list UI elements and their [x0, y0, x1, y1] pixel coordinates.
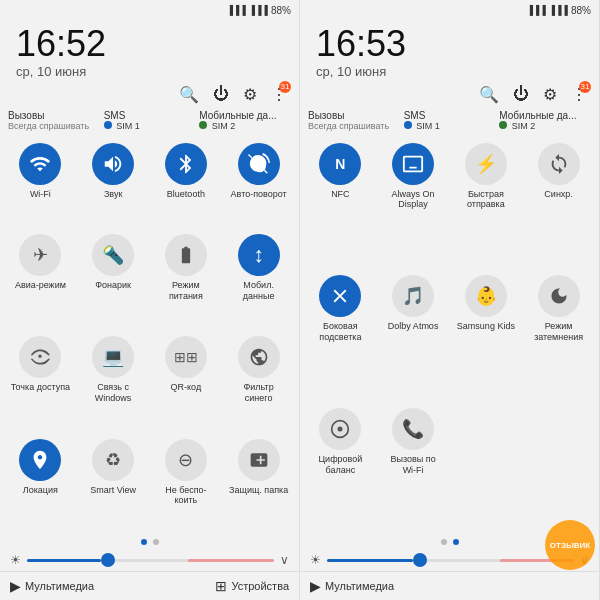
tile-night-mode[interactable]: Режим затемнения [524, 269, 593, 398]
night-mode-label: Режим затемнения [529, 321, 589, 343]
right-bottom-bar: ▶ Мультимедиа [300, 571, 599, 600]
more-icon[interactable]: ⋮ 31 [271, 85, 287, 104]
airplane-icon: ✈ [19, 234, 61, 276]
tile-hotspot[interactable]: Точка доступа [6, 330, 75, 428]
location-icon [19, 439, 61, 481]
signal-icon-1: ▐▐▐ [227, 5, 246, 15]
windows-label: Связь с Windows [83, 382, 143, 404]
windows-icon: 💻 [92, 336, 134, 378]
tile-qr[interactable]: ⊞⊞ QR-код [152, 330, 221, 428]
tile-windows[interactable]: 💻 Связь с Windows [79, 330, 148, 428]
tile-samsung-kids[interactable]: 👶 Samsung Kids [452, 269, 521, 398]
tile-location[interactable]: Локация [6, 433, 75, 531]
tile-bluetooth[interactable]: Bluetooth [152, 137, 221, 225]
r-data-label: Мобильные да... [499, 110, 591, 121]
r-sim2-dot [499, 121, 507, 129]
sim1-dot [104, 121, 112, 129]
tile-blue-filter[interactable]: Фильтр синего [224, 330, 293, 428]
right-time: 16:53 [316, 24, 583, 64]
power-icon[interactable]: ⏻ [213, 85, 229, 103]
r-settings-icon[interactable]: ⚙ [543, 85, 557, 104]
bluetooth-icon [165, 143, 207, 185]
r-media-button[interactable]: ▶ Мультимедиа [310, 578, 394, 594]
right-sim-row: Вызовы Всегда спрашивать SMS SIM 1 Мобил… [300, 108, 599, 133]
tile-nfc[interactable]: N NFC [306, 137, 375, 266]
watermark: ОТЗЫВИК [545, 520, 595, 570]
battery-text: 88% [271, 5, 291, 16]
brightness-slider[interactable] [27, 559, 274, 562]
sync-label: Синхр. [544, 189, 573, 200]
tile-smart-view[interactable]: ♻ Smart View [79, 433, 148, 531]
r-data-col: Мобильные да... SIM 2 [499, 110, 591, 131]
dot-1[interactable] [141, 539, 147, 545]
tile-sync[interactable]: Синхр. [524, 137, 593, 266]
r-dot-1[interactable] [441, 539, 447, 545]
settings-icon[interactable]: ⚙ [243, 85, 257, 104]
r-sim1-dot [404, 121, 412, 129]
side-light-icon [319, 275, 361, 317]
r-signal-icon-2: ▐▐▐ [549, 5, 568, 15]
tile-sound[interactable]: Звук [79, 137, 148, 225]
data-col: Мобильные да... SIM 2 [199, 110, 291, 131]
data-sim: SIM 2 [199, 121, 291, 131]
side-light-label: Боковая подсветка [310, 321, 370, 343]
tile-power-save[interactable]: Режим питания [152, 228, 221, 326]
dot-2[interactable] [153, 539, 159, 545]
r-sms-col: SMS SIM 1 [404, 110, 496, 131]
slider-thumb[interactable] [101, 553, 115, 567]
sync-icon [538, 143, 580, 185]
r-media-label: Мультимедиа [325, 580, 394, 592]
r-search-icon[interactable]: 🔍 [479, 85, 499, 104]
media-label: Мультимедиа [25, 580, 94, 592]
always-on-label: Always On Display [383, 189, 443, 211]
nfc-icon: N [319, 143, 361, 185]
media-button[interactable]: ▶ Мультимедиа [10, 578, 94, 594]
r-sms-label: SMS [404, 110, 496, 121]
smart-view-label: Smart View [90, 485, 136, 496]
tile-always-on[interactable]: Always On Display [379, 137, 448, 266]
fast-share-icon: ⚡ [465, 143, 507, 185]
tile-fast-share[interactable]: ⚡ Быстрая отправка [452, 137, 521, 266]
tile-wifi[interactable]: Wi-Fi [6, 137, 75, 225]
left-bottom-bar: ▶ Мультимедиа ⊞ Устройства [0, 571, 299, 600]
tile-rotate[interactable]: Авто-поворот [224, 137, 293, 225]
calls-label: Вызовы [8, 110, 100, 121]
rotate-label: Авто-поворот [231, 189, 287, 200]
mobile-data-label: Мобил. данные [229, 280, 289, 302]
location-label: Локация [23, 485, 58, 496]
secure-label: Защищ. папка [229, 485, 288, 496]
tile-flashlight[interactable]: 🔦 Фонарик [79, 228, 148, 326]
tile-dnd[interactable]: ⊖ Не беспо-коить [152, 433, 221, 531]
flashlight-label: Фонарик [95, 280, 131, 291]
left-status-bar: ▐▐▐ ▐▐▐ 88% [0, 0, 299, 20]
search-icon[interactable]: 🔍 [179, 85, 199, 104]
right-status-bar: ▐▐▐ ▐▐▐ 88% [300, 0, 599, 20]
r-dot-2[interactable] [453, 539, 459, 545]
tile-dolby[interactable]: 🎵 Dolby Atmos [379, 269, 448, 398]
night-mode-icon [538, 275, 580, 317]
blue-filter-label: Фильтр синего [229, 382, 289, 404]
left-dots [0, 535, 299, 549]
tile-wifi-call[interactable]: 📞 Вызовы по Wi-Fi [379, 402, 448, 531]
r-power-icon[interactable]: ⏻ [513, 85, 529, 103]
sms-label: SMS [104, 110, 196, 121]
tile-digital-balance[interactable]: Цифровой баланс [306, 402, 375, 531]
sound-icon [92, 143, 134, 185]
tile-secure[interactable]: Защищ. папка [224, 433, 293, 531]
expand-icon[interactable]: ∨ [280, 553, 289, 567]
wifi-call-icon: 📞 [392, 408, 434, 450]
smart-view-icon: ♻ [92, 439, 134, 481]
power-save-label: Режим питания [156, 280, 216, 302]
tile-side-light[interactable]: Боковая подсветка [306, 269, 375, 398]
qr-label: QR-код [171, 382, 202, 393]
tile-airplane[interactable]: ✈ Авиа-режим [6, 228, 75, 326]
r-slider-thumb[interactable] [413, 553, 427, 567]
r-calls-sub: Всегда спрашивать [308, 121, 400, 131]
tile-mobile-data[interactable]: ↕ Мобил. данные [224, 228, 293, 326]
r-more-icon[interactable]: ⋮ 31 [571, 85, 587, 104]
devices-button[interactable]: ⊞ Устройства [215, 578, 289, 594]
fast-share-label: Быстрая отправка [456, 189, 516, 211]
right-time-block: 16:53 ср, 10 июня [300, 20, 599, 81]
digital-balance-label: Цифровой баланс [310, 454, 370, 476]
r-brightness-slider[interactable] [327, 559, 574, 562]
